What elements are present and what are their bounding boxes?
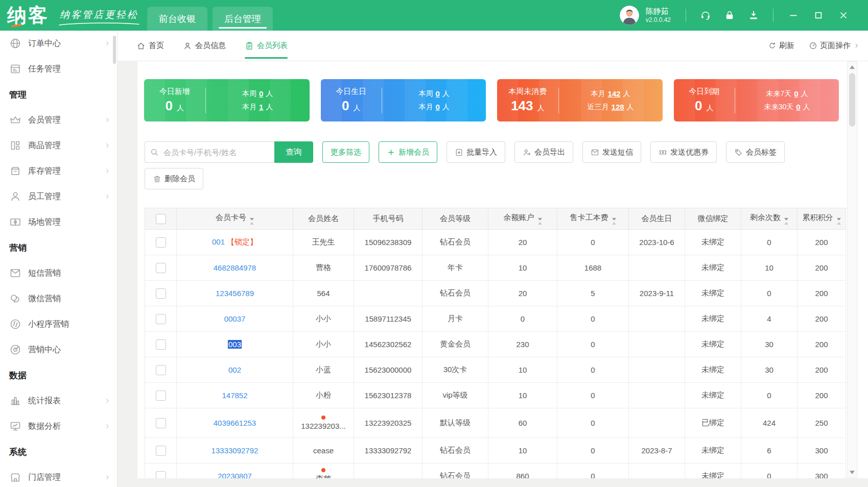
sidebar-item-goods-manage[interactable]: 商品管理 xyxy=(0,133,117,158)
detail-value[interactable]: 128 xyxy=(612,103,624,111)
sort-icon[interactable] xyxy=(784,218,788,225)
row-checkbox[interactable] xyxy=(156,339,166,350)
sidebar-item-data-analysis[interactable]: 数据分析 xyxy=(0,413,117,439)
sidebar-item-miniapp-marketing[interactable]: 小程序营销 xyxy=(0,311,117,337)
detail-value[interactable]: 0 xyxy=(796,103,800,111)
member-export-button[interactable]: 会员导出 xyxy=(514,141,573,163)
tab-member-list[interactable]: 会员列表 xyxy=(245,31,288,61)
row-checkbox[interactable] xyxy=(156,446,166,456)
wechat-bind-cell: 未绑定 xyxy=(685,438,741,464)
member-card-link[interactable]: 002 xyxy=(228,366,241,374)
member-card-link[interactable]: 13333092792 xyxy=(212,446,259,455)
sort-icon[interactable] xyxy=(837,218,841,225)
detail-value[interactable]: 0 xyxy=(259,89,263,98)
button-label: 批量导入 xyxy=(466,148,497,157)
row-checkbox[interactable] xyxy=(156,418,166,428)
member-card-link[interactable]: 4039661253 xyxy=(214,419,256,427)
sidebar-scrollbar[interactable] xyxy=(113,36,116,64)
row-checkbox[interactable] xyxy=(156,314,166,324)
member-name: 小粉 xyxy=(293,391,354,400)
sidebar-item-task-manage[interactable]: 任务管理 xyxy=(0,56,117,82)
support-icon[interactable] xyxy=(700,10,711,21)
sidebar-item-staff-manage[interactable]: 员工管理 xyxy=(0,184,117,209)
detail-label: 本月 xyxy=(591,89,605,99)
sort-icon[interactable] xyxy=(250,218,254,225)
sidebar-item-sms-marketing[interactable]: 短信营销 xyxy=(0,260,117,286)
row-checkbox[interactable] xyxy=(156,365,166,375)
tab-member-info[interactable]: 会员信息 xyxy=(183,31,226,61)
toolbar-second-row: 删除会员 xyxy=(145,168,839,189)
topbar-nav-tabs: 前台收银后台管理 xyxy=(147,7,273,31)
minimize-icon[interactable] xyxy=(788,10,799,20)
row-checkbox[interactable] xyxy=(156,288,166,299)
detail-value[interactable]: 1 xyxy=(259,103,263,111)
content-scrollbar[interactable] xyxy=(847,61,857,478)
detail-value[interactable]: 0 xyxy=(435,103,439,111)
member-card-link[interactable]: 003 xyxy=(228,340,242,349)
member-card-link[interactable]: 147852 xyxy=(222,391,247,400)
bottom-gutter xyxy=(118,478,868,487)
sidebar-item-marketing-center[interactable]: 营销中心 xyxy=(0,337,117,362)
sidebar-item-statistics-report[interactable]: 统计报表 xyxy=(0,388,117,413)
topbar-tab-backend-manage[interactable]: 后台管理 xyxy=(213,7,273,31)
select-all-checkbox[interactable] xyxy=(156,214,166,224)
row-checkbox[interactable] xyxy=(156,263,166,273)
page-ops-button[interactable]: 页面操作 xyxy=(809,41,860,51)
maximize-icon[interactable] xyxy=(813,10,824,20)
search-input[interactable] xyxy=(145,141,274,163)
member-name-cell: 王先生 xyxy=(293,230,354,255)
column-header[interactable]: 售卡工本费 xyxy=(557,208,629,230)
sidebar-item-inventory-manage[interactable]: 库存管理 xyxy=(0,158,117,184)
checkbox-cell xyxy=(145,230,177,255)
sort-icon[interactable] xyxy=(612,218,616,225)
toolbar: 查询 更多筛选新增会员批量导入会员导出发送短信发送优惠券会员标签 xyxy=(145,141,839,163)
batch-import-button[interactable]: 批量导入 xyxy=(447,141,505,163)
table-row: 147852小粉15623012378vip等级100未绑定0200 xyxy=(145,383,846,408)
scroll-up-arrow[interactable] xyxy=(850,65,855,69)
level-cell: 年卡 xyxy=(423,255,488,281)
member-card-link[interactable]: 00037 xyxy=(224,314,246,323)
chevron-right-icon xyxy=(104,167,111,175)
checkbox-cell xyxy=(145,357,177,383)
detail-value[interactable]: 0 xyxy=(794,89,798,98)
close-icon[interactable] xyxy=(838,10,849,20)
detail-value[interactable]: 142 xyxy=(608,89,621,98)
sidebar-item-venue-manage[interactable]: 场地管理 xyxy=(0,209,117,235)
member-card-link[interactable]: 4682884978 xyxy=(214,263,256,272)
topbar-tab-front-cashier[interactable]: 前台收银 xyxy=(147,7,207,31)
sidebar-item-order-center[interactable]: 订单中心 xyxy=(0,31,117,56)
delete-member-button[interactable]: 删除会员 xyxy=(145,168,203,189)
column-header[interactable]: 余额账户 xyxy=(488,208,557,230)
sidebar-item-store-manage[interactable]: 门店管理 xyxy=(0,465,117,487)
row-checkbox[interactable] xyxy=(156,471,166,479)
detail-value[interactable]: 0 xyxy=(435,89,439,98)
tab-home[interactable]: 首页 xyxy=(136,31,164,61)
member-card-link[interactable]: 123456789 xyxy=(216,289,254,298)
sidebar-item-member-manage[interactable]: 会员管理 xyxy=(0,107,117,133)
row-checkbox[interactable] xyxy=(156,237,166,248)
member-name-cell: 曹格 xyxy=(293,255,354,281)
member-tag-button[interactable]: 会员标签 xyxy=(726,141,785,163)
row-checkbox[interactable] xyxy=(156,391,166,401)
download-icon[interactable] xyxy=(748,10,759,21)
sidebar-item-wechat-marketing[interactable]: 微信营销 xyxy=(0,286,117,311)
scrollbar-thumb[interactable] xyxy=(849,73,855,127)
scroll-down-arrow[interactable] xyxy=(850,471,855,474)
avatar[interactable] xyxy=(620,6,639,25)
sort-icon[interactable] xyxy=(538,218,542,225)
column-header[interactable]: 累积积分 xyxy=(797,208,846,230)
send-coupon-button[interactable]: 发送优惠券 xyxy=(650,141,717,163)
stat-card-details: 本周0人本月1人 xyxy=(206,89,310,112)
column-header[interactable]: 剩余次数 xyxy=(741,208,797,230)
member-card-link[interactable]: 20230807 xyxy=(218,472,252,478)
add-member-button[interactable]: 新增会员 xyxy=(379,141,437,163)
column-header[interactable]: 会员卡号 xyxy=(177,208,293,230)
member-card-link[interactable]: 001 xyxy=(212,237,225,246)
refresh-button[interactable]: 刷新 xyxy=(768,41,794,51)
send-sms-button[interactable]: 发送短信 xyxy=(582,141,641,163)
more-filter-button[interactable]: 更多筛选 xyxy=(322,141,369,163)
lock-icon[interactable] xyxy=(724,10,735,21)
sidebar-item-label: 数据分析 xyxy=(28,421,61,432)
query-button[interactable]: 查询 xyxy=(274,141,313,163)
wechat-icon xyxy=(9,293,21,305)
